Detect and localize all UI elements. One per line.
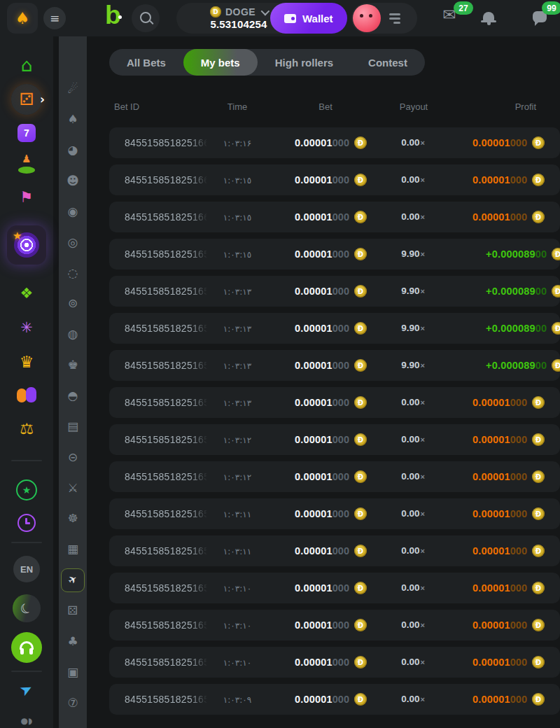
rail-item-game-cherry-bomb[interactable]: ◓ [59, 388, 87, 405]
rail-item-game-eggs[interactable]: ⊚ [59, 295, 87, 312]
rail-item-game-moon[interactable]: ◕ [59, 142, 87, 159]
rail-item-game-cards-2[interactable]: ♣ [59, 633, 87, 650]
bet-id: 845515851825166 [125, 137, 210, 148]
site-logo[interactable]: b [105, 1, 121, 30]
bet-row[interactable]: 845515851825165١:٠٣:١٣0.00001000Đ9.90×+0… [109, 276, 560, 307]
sidebar-item-theme-toggle[interactable]: ☾ [0, 594, 53, 622]
bet-amount: 0.00001000Đ [295, 610, 367, 640]
sidebar-item-casino-dice[interactable]: ⚂› [0, 84, 53, 115]
search-button[interactable] [132, 4, 160, 32]
doge-coin-icon: D [210, 6, 221, 18]
rail-item-game-limbo-comet[interactable]: ☄ [59, 80, 87, 97]
bet-payout: 0.00× [401, 694, 425, 704]
game-goblin-icon: ☻ [66, 175, 79, 187]
game-roulette-icon: ◎ [68, 237, 78, 248]
mail-button[interactable]: ✉ 27 [442, 7, 465, 29]
bet-time: ١:٠٣:١٥ [223, 176, 251, 186]
sidebar-divider [11, 542, 42, 543]
bet-amount: 0.00001000Đ [295, 387, 367, 418]
rail-item-game-cookies[interactable]: ◍ [59, 326, 87, 343]
bet-row[interactable]: 845515851825165١:٠٣:١٣0.00001000Đ9.90×+0… [109, 313, 560, 344]
sidebar-item-language[interactable]: EN [0, 556, 53, 582]
rail-item-game-sword[interactable]: ⚔ [59, 479, 87, 496]
bet-id: 845515851825165 [125, 620, 210, 631]
bet-row[interactable]: 845515851825165١:٠٣:١٢0.00001000Đ0.00×0.… [109, 424, 560, 455]
doge-coin-icon: Đ [354, 396, 367, 409]
sidebar-toggle-button[interactable]: ≡ [43, 7, 66, 29]
rail-item-game-bomb[interactable]: ◉ [59, 203, 87, 220]
bet-row[interactable]: 845515851825166١:٠٣:١۶0.00001000Đ0.00×0.… [109, 127, 560, 158]
sidebar-item-originals-target[interactable]: ★ [0, 225, 53, 265]
game-cards-coin-icon: ▦ [67, 543, 78, 555]
bet-row[interactable]: 845515851825165١:٠٣:١٥0.00001000Đ9.90×+0… [109, 239, 560, 270]
rail-item-game-cards[interactable]: ♠ [59, 111, 87, 128]
bet-profit: 0.00001000Đ [472, 647, 545, 678]
bet-row[interactable]: 845515851825165١:٠٣:١٠0.00001000Đ0.00×0.… [109, 647, 560, 678]
notifications-button[interactable] [479, 7, 501, 29]
bet-row[interactable]: 845515851825166١:٠٣:١٥0.00001000Đ0.00×0.… [109, 202, 560, 232]
doge-coin-icon: Đ [354, 248, 367, 260]
rail-item-game-wheel[interactable]: ☸ [59, 510, 87, 527]
sidebar-item-live-casino[interactable]: ♟ [0, 155, 53, 174]
bet-row[interactable]: 845515851825166١:٠٣:١٥0.00001000Đ0.00×0.… [109, 164, 560, 195]
sidebar-item-medium[interactable]: ●◗ [0, 717, 53, 725]
tab-my-bets[interactable]: My bets [183, 49, 258, 76]
sidebar-item-promotions[interactable]: ⚑ [0, 190, 53, 205]
doge-coin-icon: Đ [532, 507, 545, 520]
bet-amount: 0.00001000Đ [295, 276, 367, 307]
bet-row[interactable]: 845515851825165١:٠٣:١٣0.00001000Đ0.00×0.… [109, 387, 560, 418]
bet-id: 845515851825166 [125, 211, 210, 223]
doge-coin-icon: Đ [532, 545, 545, 557]
bet-amount: 0.00001000Đ [295, 127, 367, 158]
bet-row[interactable]: 845515851825165١:٠٣:١٣0.00001000Đ9.90×+0… [109, 350, 560, 381]
bet-id: 845515851825165 [125, 508, 210, 519]
rail-item-game-cards-stack[interactable]: ▤ [59, 418, 87, 435]
bet-id: 845515851825165 [125, 286, 210, 297]
avatar[interactable] [353, 4, 381, 32]
tab-all-bets[interactable]: All Bets [109, 49, 183, 76]
rail-item-game-cards-coin[interactable]: ▦ [59, 541, 87, 558]
sidebar-item-lottery[interactable]: ❖ [0, 286, 53, 301]
wallet-button[interactable]: Wallet [270, 3, 347, 34]
profile-menu[interactable] [351, 3, 417, 34]
rail-item-game-keyhole[interactable]: ⊝ [59, 449, 87, 465]
bet-amount: 0.00001000Đ [295, 498, 367, 529]
bet-row[interactable]: 845515851825165١:٠٣:١١0.00001000Đ0.00×0.… [109, 498, 560, 529]
sidebar-item-vip-club[interactable]: ♛ [0, 354, 53, 370]
sidebar-item-bingo-ring[interactable]: ✳ [0, 321, 53, 335]
rail-item-game-crash-rocket[interactable]: ✈ [61, 568, 85, 592]
column-header-bet-id: Bet ID [114, 102, 139, 112]
bet-amount: 0.00001000Đ [295, 202, 367, 232]
bet-row[interactable]: 845515851825165١:٠٣:١١0.00001000Đ0.00×0.… [109, 536, 560, 566]
bet-row[interactable]: 845515851825165١:٠٣:٠٩0.00001000Đ0.00×0.… [109, 684, 560, 715]
sidebar-item-support[interactable] [0, 632, 53, 663]
expand-arrow-icon[interactable]: › [40, 94, 45, 106]
bet-payout: 0.00× [401, 620, 425, 630]
sidebar-item-slots[interactable]: 7 [0, 124, 53, 142]
doge-coin-icon: Đ [354, 359, 367, 372]
rail-item-game-slot-7[interactable]: ⑦ [59, 694, 87, 711]
rail-item-game-dashed-circle[interactable]: ◌ [59, 265, 87, 281]
sidebar-item-favorites[interactable]: ★ [0, 479, 53, 500]
tab-contest[interactable]: Contest [351, 49, 425, 76]
bet-time: ١:٠٣:١٠ [223, 658, 251, 668]
brand-tile[interactable]: ♠ [7, 3, 38, 34]
column-header-time: Time [227, 102, 247, 112]
rail-item-game-dice[interactable]: ⚄ [59, 602, 87, 619]
bet-row[interactable]: 845515851825165١:٠٣:١٠0.00001000Đ0.00×0.… [109, 610, 560, 640]
sidebar-divider [11, 671, 42, 672]
sidebar-item-staking[interactable]: ⚖ [0, 421, 53, 437]
bet-row[interactable]: 845515851825165١:٠٣:١٠0.00001000Đ0.00×0.… [109, 573, 560, 603]
sidebar-item-referral[interactable] [0, 387, 53, 404]
search-icon [140, 12, 151, 23]
rail-item-game-goblin[interactable]: ☻ [59, 173, 87, 190]
sidebar-item-telegram[interactable]: ➤ [0, 682, 53, 697]
tab-high-rollers[interactable]: High rollers [258, 49, 351, 76]
rail-item-game-roulette[interactable]: ◎ [59, 234, 87, 251]
chat-button[interactable]: 99 [529, 7, 552, 29]
bet-row[interactable]: 845515851825165١:٠٣:١٢0.00001000Đ0.00×0.… [109, 461, 560, 492]
rail-item-game-robot[interactable]: ▣ [59, 664, 87, 680]
sidebar-item-recent[interactable] [0, 514, 53, 532]
rail-item-game-crowd-crown[interactable]: ♚ [59, 357, 87, 374]
sidebar-item-home[interactable]: ⌂ [0, 56, 53, 74]
